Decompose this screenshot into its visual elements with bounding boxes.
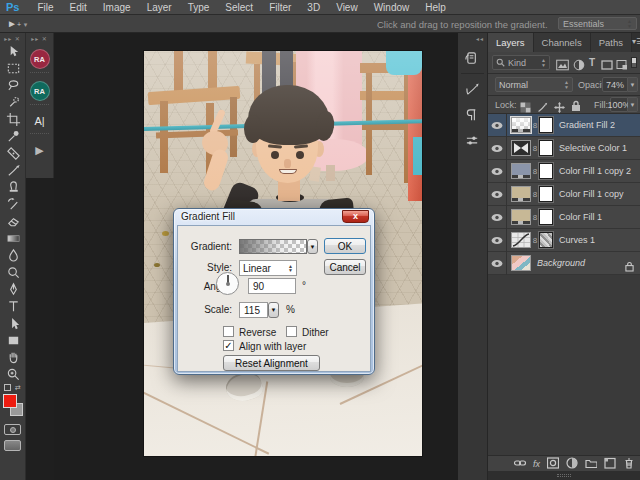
layer-row-color-fill-1-copy-2[interactable]: 8Color Fill 1 copy 2: [488, 160, 640, 183]
layer-row-selective-color-1[interactable]: 8Selective Color 1: [488, 137, 640, 160]
dither-checkbox[interactable]: [286, 326, 297, 337]
layer-mask-thumbnail[interactable]: [539, 163, 553, 179]
brush-tool[interactable]: [0, 162, 26, 179]
scale-input[interactable]: 115: [239, 302, 268, 318]
spot-healing-tool[interactable]: [0, 145, 26, 162]
layer-mask-thumbnail[interactable]: [539, 186, 553, 202]
layer-row-color-fill-1[interactable]: 8Color Fill 1: [488, 206, 640, 229]
opacity-value[interactable]: 74%: [602, 77, 628, 92]
menu-type[interactable]: Type: [180, 2, 218, 13]
filter-smart-objects-icon[interactable]: [616, 57, 628, 75]
menu-image[interactable]: Image: [95, 2, 139, 13]
close-icon[interactable]: x: [342, 210, 369, 223]
menu-file[interactable]: File: [29, 2, 61, 13]
layer-row-background[interactable]: Background: [488, 252, 640, 275]
visibility-eye-icon[interactable]: [488, 114, 507, 137]
menu-edit[interactable]: Edit: [62, 2, 95, 13]
fx-icon[interactable]: fx: [533, 459, 540, 469]
menu-help[interactable]: Help: [417, 2, 454, 13]
dock-collapse-icon[interactable]: ▸▸ ✕: [26, 33, 53, 43]
layer-name[interactable]: Color Fill 1 copy: [559, 189, 624, 199]
workspace-switcher[interactable]: Essentials ▲▼: [558, 17, 637, 30]
layer-name[interactable]: Background: [537, 258, 585, 268]
move-tool-options-icon[interactable]: ►+ ▾: [7, 18, 27, 29]
fill-dropdown-icon[interactable]: ▼: [628, 97, 638, 112]
play-panel-icon[interactable]: ▶: [29, 141, 51, 159]
layer-name[interactable]: Curves 1: [559, 235, 595, 245]
dodge-tool[interactable]: [0, 264, 26, 281]
panel-resize-handle[interactable]: [488, 471, 640, 480]
layer-mask-thumbnail[interactable]: [539, 209, 553, 225]
move-tool[interactable]: [0, 43, 26, 60]
link-icon[interactable]: [514, 455, 526, 473]
layer-name[interactable]: Color Fill 1 copy 2: [559, 166, 631, 176]
filter-adjustment-layers-icon[interactable]: [573, 57, 585, 75]
menu-select[interactable]: Select: [217, 2, 261, 13]
add-mask-icon[interactable]: [547, 455, 559, 473]
kind-filter-select[interactable]: Kind ▲▼: [492, 55, 550, 70]
ok-button[interactable]: OK: [324, 238, 366, 254]
extension-badge-ra[interactable]: RA: [30, 81, 50, 101]
panel-menu-icon[interactable]: ▾☰: [632, 33, 640, 52]
tab-layers[interactable]: Layers: [488, 33, 534, 52]
path-selection-tool[interactable]: [0, 315, 26, 332]
reverse-checkbox[interactable]: [223, 326, 234, 337]
rectangle-shape-tool[interactable]: [0, 332, 26, 349]
angle-dial[interactable]: [216, 272, 239, 295]
layer-row-curves-1[interactable]: 8Curves 1: [488, 229, 640, 252]
angle-input[interactable]: 90: [248, 278, 296, 294]
brush-panel-icon[interactable]: [461, 78, 485, 100]
visibility-eye-icon[interactable]: [488, 160, 507, 183]
layer-name[interactable]: Selective Color 1: [559, 143, 627, 153]
menu-view[interactable]: View: [328, 2, 366, 13]
layer-name[interactable]: Gradient Fill 2: [559, 120, 615, 130]
eyedropper-tool[interactable]: [0, 128, 26, 145]
rectangular-marquee-tool[interactable]: [0, 60, 26, 77]
blur-tool[interactable]: [0, 247, 26, 264]
pen-tool[interactable]: [0, 281, 26, 298]
reset-alignment-button[interactable]: Reset Alignment: [223, 355, 320, 371]
blend-mode-select[interactable]: Normal ▲▼: [495, 77, 573, 92]
visibility-eye-icon[interactable]: [488, 206, 507, 229]
swap-colors-icon[interactable]: ⇄: [0, 384, 25, 392]
color-swatches[interactable]: [2, 394, 26, 420]
style-select[interactable]: Linear ▲▼: [239, 260, 297, 276]
layer-row-color-fill-1-copy[interactable]: 8Color Fill 1 copy: [488, 183, 640, 206]
properties-panel-icon[interactable]: [461, 130, 485, 152]
screen-mode-icon[interactable]: [4, 440, 21, 451]
layer-mask-thumbnail[interactable]: [539, 140, 553, 156]
extension-badge-ra[interactable]: RA: [30, 49, 50, 69]
dock-collapse-icon[interactable]: ▸▸ ✕: [0, 33, 25, 43]
cancel-button[interactable]: Cancel: [324, 259, 366, 275]
menu-window[interactable]: Window: [366, 2, 418, 13]
visibility-eye-icon[interactable]: [488, 137, 507, 160]
type-panel-icon[interactable]: A|: [29, 112, 51, 130]
scale-dropdown-icon[interactable]: ▼: [268, 302, 279, 318]
new-layer-icon[interactable]: [604, 455, 616, 473]
history-brush-tool[interactable]: [0, 196, 26, 213]
hand-tool[interactable]: [0, 349, 26, 366]
layer-row-gradient-fill-2[interactable]: 8Gradient Fill 2: [488, 114, 640, 137]
crop-tool[interactable]: [0, 111, 26, 128]
fill-value[interactable]: 100%: [610, 97, 628, 112]
visibility-eye-icon[interactable]: [488, 183, 507, 206]
group-icon[interactable]: [585, 455, 597, 473]
eraser-tool[interactable]: [0, 213, 26, 230]
menu-3d[interactable]: 3D: [299, 2, 328, 13]
quick-selection-tool[interactable]: [0, 94, 26, 111]
filter-pixel-layers-icon[interactable]: [556, 57, 569, 75]
clone-stamp-tool[interactable]: [0, 179, 26, 196]
visibility-eye-icon[interactable]: [488, 252, 507, 275]
visibility-eye-icon[interactable]: [488, 229, 507, 252]
zoom-tool[interactable]: [0, 366, 26, 383]
gradient-preview[interactable]: [239, 239, 307, 254]
align-with-layer-checkbox[interactable]: ✓: [223, 340, 234, 351]
filter-shape-layers-icon[interactable]: [601, 57, 613, 75]
layer-mask-thumbnail[interactable]: [539, 117, 553, 133]
history-panel-icon[interactable]: [461, 47, 485, 69]
lasso-tool[interactable]: [0, 77, 26, 94]
delete-icon[interactable]: [623, 455, 635, 473]
filter-type-layers-icon[interactable]: T: [589, 57, 595, 68]
filter-toggle-switch[interactable]: [631, 57, 637, 68]
adjustment-icon[interactable]: [566, 455, 578, 473]
